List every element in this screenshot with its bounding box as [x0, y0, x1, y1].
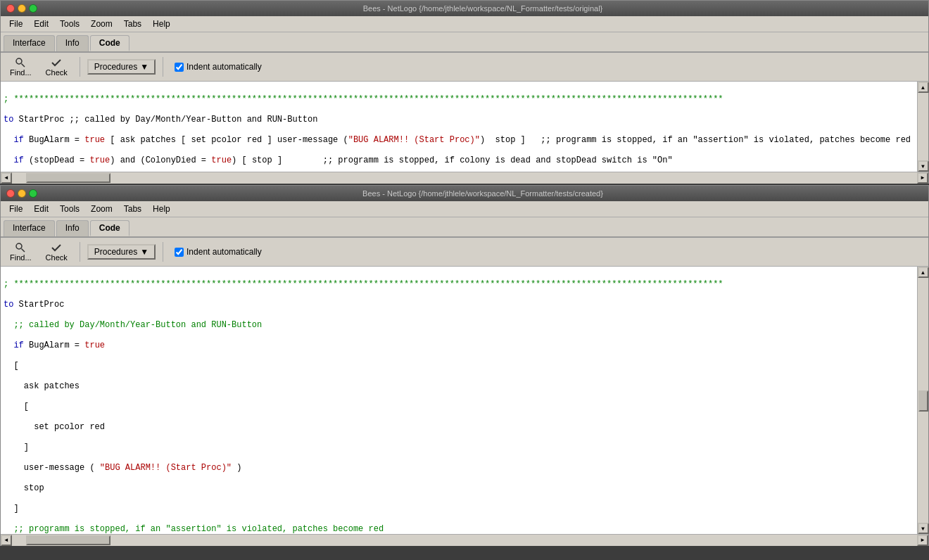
vertical-scrollbar-1[interactable]: ▲ ▼ — [917, 82, 928, 172]
menu-tools-1[interactable]: Tools — [54, 18, 85, 30]
tab-info-1[interactable]: Info — [56, 35, 89, 51]
close-btn-1[interactable] — [6, 4, 15, 13]
window-controls-1 — [6, 4, 37, 13]
h-scroll-thumb-1[interactable] — [26, 173, 110, 183]
code-line: [ — [4, 361, 914, 371]
horizontal-scrollbar-1[interactable]: ◄ ► — [1, 172, 928, 183]
titlebar-2: Bees - NetLogo {/home/jthlele/workspace/… — [1, 186, 928, 201]
scroll-left-1[interactable]: ◄ — [1, 172, 12, 184]
code-line: ] — [4, 443, 914, 453]
scroll-right-2[interactable]: ► — [917, 535, 928, 546]
scroll-left-2[interactable]: ◄ — [1, 535, 12, 546]
window-created: Bees - NetLogo {/home/jthlele/workspace/… — [0, 185, 929, 546]
procedures-dropdown-1[interactable]: Procedures ▼ — [87, 59, 156, 75]
minimize-btn-2[interactable] — [18, 189, 26, 198]
find-button-2[interactable]: Find... — [5, 240, 37, 264]
h-scroll-track-1[interactable] — [12, 172, 917, 184]
check-button-2[interactable]: Check — [41, 240, 72, 264]
dropdown-arrow-1: ▼ — [140, 62, 148, 72]
code-line: user-message ( "BUG ALARM!! (Start Proc)… — [4, 463, 914, 473]
menu-file-1[interactable]: File — [4, 18, 28, 30]
h-scroll-track-2[interactable] — [12, 535, 917, 546]
code-line: [ — [4, 402, 914, 412]
tabs-bar-2: Interface Info Code — [1, 217, 928, 238]
procedures-label-2: Procedures — [94, 247, 137, 257]
menu-edit-2[interactable]: Edit — [28, 203, 54, 215]
code-line: ] — [4, 504, 914, 514]
code-line: ;; programm is stopped, if an "assertion… — [4, 524, 914, 534]
menu-file-2[interactable]: File — [4, 203, 28, 215]
code-editor-2[interactable]: ; **************************************… — [1, 267, 928, 534]
menu-help-1[interactable]: Help — [147, 18, 176, 30]
code-line: ask patches — [4, 381, 914, 392]
code-line: set pcolor red — [4, 422, 914, 433]
code-container-1: ; **************************************… — [1, 82, 928, 172]
h-scroll-thumb-2[interactable] — [26, 535, 110, 545]
find-label-2: Find... — [10, 253, 32, 262]
maximize-btn-2[interactable] — [29, 189, 37, 198]
check-label-1: Check — [46, 68, 68, 77]
code-line: to StartProc — [4, 300, 914, 310]
menu-help-2[interactable]: Help — [147, 203, 176, 215]
menu-zoom-1[interactable]: Zoom — [85, 18, 118, 30]
titlebar-1: Bees - NetLogo {/home/jthlele/workspace/… — [1, 1, 928, 16]
check-icon-2 — [51, 242, 62, 253]
code-line: if (stopDead = true) and (ColonyDied = t… — [4, 155, 914, 166]
indent-checkbox-1[interactable] — [175, 63, 184, 72]
close-btn-2[interactable] — [6, 189, 15, 198]
code-line: ; **************************************… — [4, 94, 914, 105]
separator-2 — [163, 57, 163, 77]
menubar-2: File Edit Tools Zoom Tabs Help — [1, 201, 928, 217]
indent-label-2: Indent automatically — [187, 247, 262, 257]
minimize-btn-1[interactable] — [18, 4, 26, 13]
menu-tabs-1[interactable]: Tabs — [118, 18, 147, 30]
scroll-up-2[interactable]: ▲ — [918, 267, 929, 278]
indent-check-2[interactable]: Indent automatically — [175, 247, 262, 257]
tab-code-2[interactable]: Code — [90, 220, 129, 236]
scroll-up-1[interactable]: ▲ — [918, 82, 929, 93]
window-original: Bees - NetLogo {/home/jthlele/workspace/… — [0, 0, 929, 184]
indent-check-1[interactable]: Indent automatically — [175, 62, 262, 72]
svg-point-0 — [16, 58, 22, 64]
scroll-down-1[interactable]: ▼ — [918, 160, 929, 172]
check-label-2: Check — [46, 253, 68, 262]
tab-interface-2[interactable]: Interface — [4, 220, 55, 236]
check-button-1[interactable]: Check — [41, 55, 72, 79]
maximize-btn-1[interactable] — [29, 4, 37, 13]
code-line: ; **************************************… — [4, 279, 914, 290]
tabs-bar-1: Interface Info Code — [1, 32, 928, 53]
tab-interface-1[interactable]: Interface — [4, 35, 55, 51]
toolbar-2: Find... Check Procedures ▼ Indent automa… — [1, 238, 928, 267]
scroll-down-2[interactable]: ▼ — [918, 523, 929, 534]
menu-edit-1[interactable]: Edit — [28, 18, 54, 30]
window-title-1: Bees - NetLogo {/home/jthlele/workspace/… — [43, 4, 923, 13]
menu-tools-2[interactable]: Tools — [54, 203, 85, 215]
horizontal-scrollbar-2[interactable]: ◄ ► — [1, 534, 928, 545]
scroll-right-1[interactable]: ► — [917, 172, 928, 184]
separator-1 — [80, 57, 80, 77]
menu-tabs-2[interactable]: Tabs — [118, 203, 147, 215]
tab-code-1[interactable]: Code — [90, 35, 129, 51]
v-scroll-thumb-2[interactable] — [918, 390, 928, 412]
code-line: if BugAlarm = true [ ask patches [ set p… — [4, 135, 914, 146]
code-line: to StartProc ;; called by Day/Month/Year… — [4, 115, 914, 125]
separator-3 — [80, 242, 80, 262]
find-button-1[interactable]: Find... — [5, 55, 37, 79]
window-controls-2 — [6, 189, 37, 198]
procedures-label-1: Procedures — [94, 62, 137, 72]
code-editor-1[interactable]: ; **************************************… — [1, 82, 928, 172]
procedures-dropdown-2[interactable]: Procedures ▼ — [87, 244, 156, 260]
code-line: if BugAlarm = true — [4, 341, 914, 351]
code-line: stop — [4, 483, 914, 494]
indent-checkbox-2[interactable] — [175, 248, 184, 257]
vertical-scrollbar-2[interactable]: ▲ ▼ — [917, 267, 928, 534]
code-line: ;; called by Day/Month/Year-Button and R… — [4, 320, 914, 331]
menubar-1: File Edit Tools Zoom Tabs Help — [1, 16, 928, 32]
tab-info-2[interactable]: Info — [56, 220, 89, 236]
svg-point-2 — [16, 243, 22, 249]
check-icon-1 — [51, 57, 62, 68]
separator-4 — [163, 242, 163, 262]
window-title-2: Bees - NetLogo {/home/jthlele/workspace/… — [43, 189, 923, 198]
toolbar-1: Find... Check Procedures ▼ Indent automa… — [1, 53, 928, 82]
menu-zoom-2[interactable]: Zoom — [85, 203, 118, 215]
